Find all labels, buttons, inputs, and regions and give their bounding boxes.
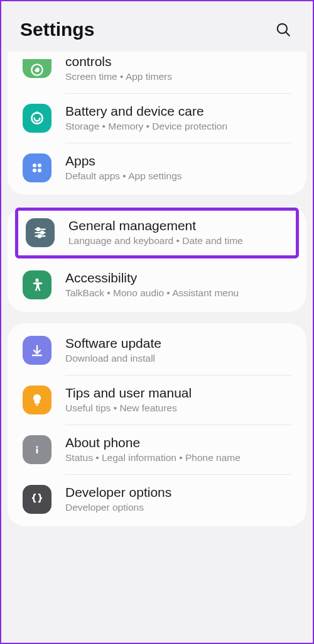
item-title: Apps — [65, 153, 291, 169]
settings-group-device: controls Screen time • App timers Batter… — [8, 52, 306, 195]
item-subtitle: Default apps • App settings — [65, 170, 291, 182]
apps-icon — [23, 153, 51, 182]
item-title: About phone — [65, 435, 291, 450]
settings-item-tips[interactable]: Tips and user manual Useful tips • New f… — [8, 375, 306, 425]
svg-point-5 — [33, 164, 36, 167]
braces-icon — [23, 485, 51, 514]
svg-rect-19 — [36, 448, 38, 453]
item-subtitle: Download and install — [65, 352, 291, 365]
item-title: General management — [68, 218, 288, 233]
svg-point-8 — [38, 169, 41, 172]
search-icon — [275, 21, 291, 38]
header: Settings — [1, 1, 313, 52]
item-title: Developer options — [65, 485, 291, 500]
item-subtitle: Storage • Memory • Device protection — [65, 120, 291, 133]
highlight-box: General management Language and keyboard… — [15, 208, 299, 258]
item-subtitle: Screen time • App timers — [65, 70, 291, 83]
accessibility-icon — [23, 270, 51, 299]
svg-line-1 — [286, 32, 289, 35]
wellbeing-icon — [23, 59, 51, 78]
item-subtitle: Useful tips • New features — [65, 402, 291, 414]
item-subtitle: Status • Legal information • Phone name — [65, 452, 291, 464]
item-subtitle: Developer options — [65, 501, 291, 514]
item-title: Accessibility — [65, 270, 291, 286]
update-icon — [23, 336, 51, 365]
page-title: Settings — [20, 19, 94, 40]
settings-item-accessibility[interactable]: Accessibility TalkBack • Mono audio • As… — [8, 260, 306, 309]
svg-point-6 — [38, 164, 41, 167]
settings-item-battery[interactable]: Battery and device care Storage • Memory… — [8, 94, 306, 143]
item-subtitle: Language and keyboard • Date and time — [68, 235, 288, 247]
item-title: controls — [65, 54, 291, 69]
item-title: Software update — [65, 336, 291, 351]
settings-group-info: Software update Download and install Tip… — [8, 323, 306, 527]
svg-rect-16 — [36, 404, 38, 406]
svg-point-14 — [38, 235, 41, 238]
item-subtitle: TalkBack • Mono audio • Assistant menu — [65, 287, 291, 299]
settings-item-about-phone[interactable]: About phone Status • Legal information •… — [8, 425, 306, 474]
info-icon — [23, 435, 51, 464]
settings-item-general-management[interactable]: General management Language and keyboard… — [18, 211, 296, 255]
svg-point-15 — [35, 278, 38, 281]
item-title: Tips and user manual — [65, 386, 291, 401]
settings-item-controls[interactable]: controls Screen time • App timers — [8, 54, 306, 93]
settings-item-apps[interactable]: Apps Default apps • App settings — [8, 143, 306, 192]
svg-point-7 — [33, 169, 36, 172]
item-title: Battery and device care — [65, 104, 291, 119]
settings-item-software-update[interactable]: Software update Download and install — [8, 326, 306, 375]
svg-point-4 — [31, 113, 42, 124]
svg-point-12 — [41, 231, 43, 234]
search-button[interactable] — [273, 19, 294, 40]
svg-point-10 — [37, 228, 40, 231]
settings-item-developer-options[interactable]: Developer options Developer options — [8, 475, 306, 524]
battery-care-icon — [23, 104, 51, 133]
svg-point-18 — [36, 446, 38, 448]
lightbulb-icon — [23, 386, 51, 414]
sliders-icon — [26, 218, 55, 247]
settings-group-system: General management Language and keyboard… — [8, 206, 306, 311]
